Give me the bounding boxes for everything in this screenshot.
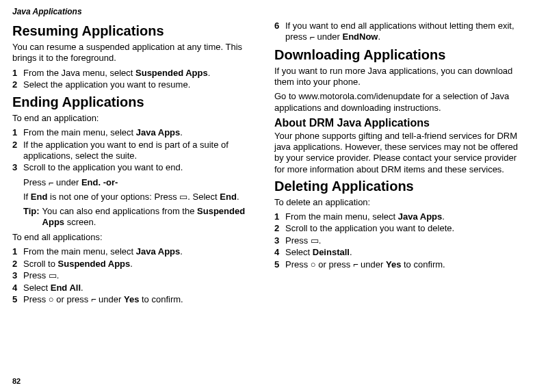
step-number: 1 bbox=[274, 211, 285, 222]
step-text: Press ▭. bbox=[23, 270, 261, 282]
list-item: 3 Press ▭. bbox=[12, 270, 261, 282]
if-end-line: If End is not one of your options: Press… bbox=[23, 192, 261, 203]
step-text: Scroll to the application you want to de… bbox=[285, 223, 523, 234]
resuming-steps: 1 From the Java menu, select Suspended A… bbox=[12, 68, 261, 91]
step-text: From the Java menu, select Suspended App… bbox=[23, 68, 261, 79]
step-number: 3 bbox=[12, 270, 23, 282]
step-text: If you want to end all applications with… bbox=[285, 21, 523, 43]
list-item: 2 Scroll to the application you want to … bbox=[274, 223, 523, 234]
list-item: 4 Select End All. bbox=[12, 283, 261, 293]
step6-block: 6 If you want to end all applications wi… bbox=[274, 21, 523, 43]
press-end-line: Press ⌐ under End. -or- bbox=[23, 177, 261, 189]
list-item: 5 Press ○ or press ⌐ under Yes to confir… bbox=[12, 294, 261, 306]
list-item: 6 If you want to end all applications wi… bbox=[274, 21, 523, 43]
step-number: 2 bbox=[274, 223, 285, 234]
step-text: From the main menu, select Java Apps. bbox=[23, 246, 261, 257]
resuming-title: Resuming Applications bbox=[12, 23, 261, 39]
step-number: 1 bbox=[12, 68, 23, 79]
step-number: 4 bbox=[274, 247, 285, 258]
step-number: 2 bbox=[12, 79, 23, 90]
page-header: Java Applications bbox=[12, 7, 523, 16]
menu-icon: ▭ bbox=[311, 235, 319, 246]
deleting-steps: 1 From the main menu, select Java Apps. … bbox=[274, 211, 523, 270]
step-text: Press ▭. bbox=[285, 235, 523, 247]
about-drm-title: About DRM Java Applications bbox=[274, 117, 523, 129]
step-number: 5 bbox=[274, 259, 285, 271]
softkey-icon: ⌐ bbox=[309, 32, 315, 43]
list-item: 1 From the main menu, select Java Apps. bbox=[12, 127, 261, 138]
ending-title: Ending Applications bbox=[12, 94, 261, 110]
ok-icon: ○ bbox=[311, 259, 316, 270]
ok-icon: ○ bbox=[49, 294, 54, 305]
right-column: 6 If you want to end all applications wi… bbox=[274, 21, 523, 310]
tip-text: You can also end applications from the S… bbox=[42, 206, 261, 228]
page-number: 82 bbox=[12, 377, 21, 385]
list-item: 1 From the main menu, select Java Apps. bbox=[12, 246, 261, 257]
step-number: 4 bbox=[12, 283, 23, 293]
list-item: 5 Press ○ or press ⌐ under Yes to confir… bbox=[274, 259, 523, 271]
menu-icon: ▭ bbox=[179, 192, 187, 202]
content-columns: Resuming Applications You can resume a s… bbox=[12, 21, 523, 310]
list-item: 4 Select Deinstall. bbox=[274, 247, 523, 258]
list-item: 3 Scroll to the application you want to … bbox=[12, 162, 261, 173]
list-item: 2 Scroll to Suspended Apps. bbox=[12, 259, 261, 270]
about-drm-body: Your phone supports gifting and tell-a-f… bbox=[274, 131, 523, 175]
step-number: 3 bbox=[274, 235, 285, 247]
list-item: 2 Select the application you want to res… bbox=[12, 79, 261, 90]
step-number: 2 bbox=[12, 259, 23, 270]
resuming-intro: You can resume a suspended application a… bbox=[12, 42, 261, 64]
ending-steps-1: 1 From the main menu, select Java Apps. … bbox=[12, 127, 261, 173]
step-number: 1 bbox=[12, 127, 23, 138]
list-item: 1 From the main menu, select Java Apps. bbox=[274, 211, 523, 222]
step-text: Select the application you want to resum… bbox=[23, 79, 261, 90]
tip-block: Tip: You can also end applications from … bbox=[23, 206, 261, 228]
step-text: Press ○ or press ⌐ under Yes to confirm. bbox=[285, 259, 523, 271]
downloading-p2: Go to www.motorola.com/idenupdate for a … bbox=[274, 91, 523, 114]
list-item: 2 If the application you want to end is … bbox=[12, 140, 261, 162]
left-column: Resuming Applications You can resume a s… bbox=[12, 21, 261, 310]
end-all-intro: To end all applications: bbox=[12, 232, 261, 243]
ending-steps-2: 1 From the main menu, select Java Apps. … bbox=[12, 246, 261, 305]
step-text: From the main menu, select Java Apps. bbox=[285, 211, 523, 222]
ending-intro: To end an application: bbox=[12, 113, 261, 124]
step-text: If the application you want to end is pa… bbox=[23, 140, 261, 162]
downloading-title: Downloading Applications bbox=[274, 47, 523, 63]
deleting-intro: To delete an application: bbox=[274, 197, 523, 208]
step-text: Press ○ or press ⌐ under Yes to confirm. bbox=[23, 294, 261, 306]
step-number: 1 bbox=[12, 246, 23, 257]
menu-icon: ▭ bbox=[49, 270, 57, 281]
step-text: From the main menu, select Java Apps. bbox=[23, 127, 261, 138]
deleting-title: Deleting Applications bbox=[274, 179, 523, 194]
downloading-p1: If you want to run more Java application… bbox=[274, 66, 523, 88]
step-number: 5 bbox=[12, 294, 23, 306]
step-text: Select Deinstall. bbox=[285, 247, 523, 258]
step-number: 2 bbox=[12, 140, 23, 162]
step-number: 6 bbox=[274, 21, 285, 43]
step-text: Scroll to the application you want to en… bbox=[23, 162, 261, 173]
list-item: 3 Press ▭. bbox=[274, 235, 523, 247]
step-text: Select End All. bbox=[23, 283, 261, 293]
step-number: 3 bbox=[12, 162, 23, 173]
step-text: Scroll to Suspended Apps. bbox=[23, 259, 261, 270]
tip-label: Tip: bbox=[23, 206, 40, 228]
list-item: 1 From the Java menu, select Suspended A… bbox=[12, 68, 261, 79]
